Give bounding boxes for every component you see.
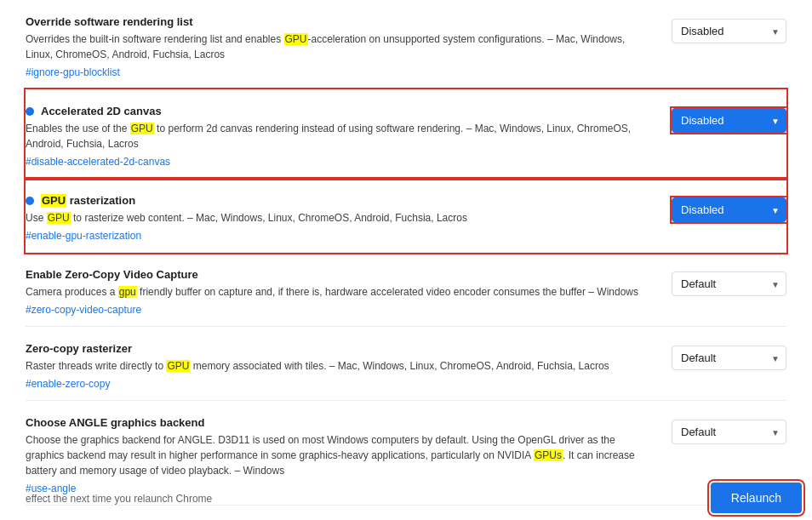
flag-select-zero-copy-rasterizer[interactable]: DefaultDisabledEnabled	[672, 346, 786, 370]
flag-item-accelerated-2d-canvas: Accelerated 2D canvasEnables the use of …	[26, 89, 786, 179]
flag-select-accelerated-2d-canvas[interactable]: DefaultDisabledEnabled	[672, 108, 786, 133]
flag-left: Choose ANGLE graphics backendChoose the …	[26, 416, 672, 494]
bottom-text: effect the next time you relaunch Chrome	[26, 493, 212, 505]
flag-link[interactable]: #ignore-gpu-blocklist	[26, 66, 120, 78]
flag-right: DefaultDisabledEnabled▼	[672, 15, 786, 43]
flag-left: Override software rendering listOverride…	[26, 15, 672, 78]
flag-link[interactable]: #enable-gpu-rasterization	[26, 230, 141, 242]
flag-title: Enable Zero-Copy Video Capture	[26, 268, 646, 281]
flag-description: Overrides the built-in software renderin…	[26, 31, 646, 62]
flag-title: Zero-copy rasterizer	[26, 342, 646, 355]
flag-right: DefaultD3D11OpenGLD3D9D3D11on12▼	[672, 416, 786, 444]
flag-link[interactable]: #zero-copy-video-capture	[26, 304, 141, 316]
flag-left: Zero-copy rasterizerRaster threads write…	[26, 342, 672, 390]
flag-description: Choose the graphics backend for ANGLE. D…	[26, 432, 646, 478]
select-wrapper: DefaultDisabledEnabled▼	[672, 108, 786, 133]
flag-link[interactable]: #enable-zero-copy	[26, 378, 110, 390]
flag-select-zero-copy-video-capture[interactable]: DefaultDisabledEnabled	[672, 271, 786, 296]
relaunch-button[interactable]: Relaunch	[711, 483, 802, 513]
flag-left: Enable Zero-Copy Video CaptureCamera pro…	[26, 268, 672, 316]
flag-left: Accelerated 2D canvasEnables the use of …	[26, 105, 672, 168]
flag-select-angle-graphics-backend[interactable]: DefaultD3D11OpenGLD3D9D3D11on12	[672, 420, 786, 444]
flag-description: Camera produces a gpu friendly buffer on…	[26, 284, 646, 300]
select-wrapper: DefaultDisabledEnabled▼	[672, 346, 786, 370]
flag-select-override-software-rendering[interactable]: DefaultDisabledEnabled	[672, 19, 786, 43]
select-wrapper: DefaultDisabledEnabled▼	[672, 197, 786, 222]
select-wrapper: DefaultDisabledEnabled▼	[672, 19, 786, 43]
flag-description: Enables the use of the GPU to perform 2d…	[26, 121, 646, 151]
flag-title: Choose ANGLE graphics backend	[26, 416, 646, 429]
flag-item-override-software-rendering: Override software rendering listOverride…	[26, 0, 786, 89]
select-wrapper: DefaultD3D11OpenGLD3D9D3D11on12▼	[672, 420, 786, 444]
active-dot-icon	[26, 107, 34, 116]
flag-right: DefaultDisabledEnabled▼	[672, 342, 786, 370]
flag-description: Raster threads write directly to GPU mem…	[26, 358, 646, 374]
flag-description: Use GPU to rasterize web content. – Mac,…	[26, 210, 646, 226]
active-dot-icon	[26, 197, 34, 205]
relaunch-bar: Relaunch	[700, 476, 812, 520]
flag-select-gpu-rasterization[interactable]: DefaultDisabledEnabled	[672, 197, 786, 222]
flag-right: DefaultDisabledEnabled▼	[672, 105, 786, 133]
flag-title: GPU rasterization	[26, 194, 646, 207]
select-wrapper: DefaultDisabledEnabled▼	[672, 271, 786, 296]
flag-left: GPU rasterizationUse GPU to rasterize we…	[26, 194, 672, 242]
flag-link[interactable]: #disable-accelerated-2d-canvas	[26, 156, 170, 168]
flag-right: DefaultDisabledEnabled▼	[672, 194, 786, 222]
flag-item-zero-copy-rasterizer: Zero-copy rasterizerRaster threads write…	[26, 327, 786, 401]
flag-right: DefaultDisabledEnabled▼	[672, 268, 786, 296]
flag-item-angle-graphics-backend: Choose ANGLE graphics backendChoose the …	[26, 401, 786, 506]
flag-title: Accelerated 2D canvas	[26, 105, 646, 117]
flag-title: Override software rendering list	[26, 15, 646, 28]
flag-item-zero-copy-video-capture: Enable Zero-Copy Video CaptureCamera pro…	[26, 253, 786, 327]
flag-item-gpu-rasterization: GPU rasterizationUse GPU to rasterize we…	[26, 179, 786, 253]
